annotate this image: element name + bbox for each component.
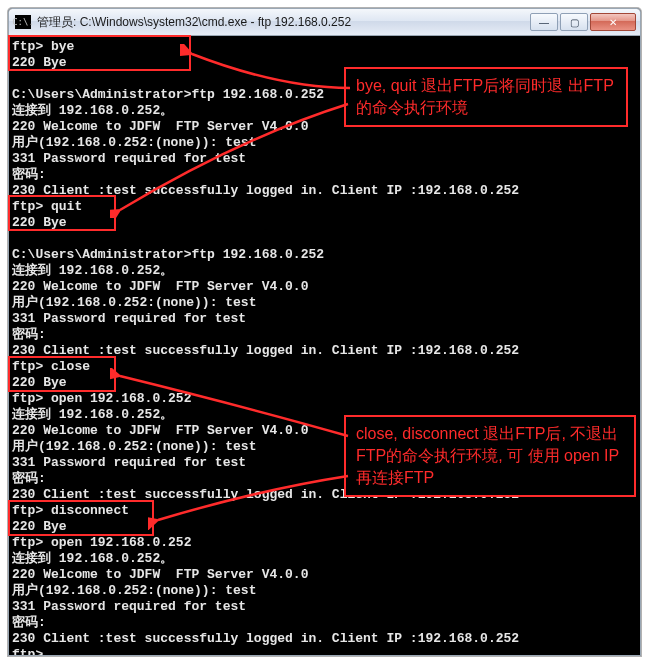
window-buttons: — ▢ ✕	[528, 13, 636, 31]
console-line: 220 Bye	[12, 519, 637, 535]
console-line: ftp> disconnect	[12, 503, 637, 519]
console-line: 331 Password required for test	[12, 599, 637, 615]
close-button[interactable]: ✕	[590, 13, 636, 31]
console-line: C:\Users\Administrator>ftp 192.168.0.252	[12, 247, 637, 263]
console-line: 220 Welcome to JDFW FTP Server V4.0.0	[12, 423, 637, 439]
console-line: 230 Client :test successfully logged in.…	[12, 487, 637, 503]
console-line: 用户(192.168.0.252:(none)): test	[12, 439, 637, 455]
window-title: 管理员: C:\Windows\system32\cmd.exe - ftp 1…	[37, 14, 528, 31]
console-line: 连接到 192.168.0.252。	[12, 407, 637, 423]
cmd-window: C:\. 管理员: C:\Windows\system32\cmd.exe - …	[8, 8, 641, 656]
console-line: 230 Client :test successfully logged in.…	[12, 631, 637, 647]
console-line: 331 Password required for test	[12, 455, 637, 471]
console-line	[12, 231, 637, 247]
console-line: 230 Client :test successfully logged in.…	[12, 343, 637, 359]
console-line: 331 Password required for test	[12, 311, 637, 327]
console-output[interactable]: ftp> bye220 ByeC:\Users\Administrator>ft…	[10, 37, 639, 655]
console-line: C:\Users\Administrator>ftp 192.168.0.252	[12, 87, 637, 103]
console-line: 220 Bye	[12, 55, 637, 71]
cmd-icon-text: C:\.	[12, 18, 34, 27]
console-line: 用户(192.168.0.252:(none)): test	[12, 135, 637, 151]
console-line: ftp> open 192.168.0.252	[12, 391, 637, 407]
console-line: 用户(192.168.0.252:(none)): test	[12, 583, 637, 599]
console-line: 230 Client :test successfully logged in.…	[12, 183, 637, 199]
console-line: ftp> quit	[12, 199, 637, 215]
console-line: 220 Welcome to JDFW FTP Server V4.0.0	[12, 567, 637, 583]
console-line	[12, 71, 637, 87]
console-line: ftp> close	[12, 359, 637, 375]
console-line: 331 Password required for test	[12, 151, 637, 167]
console-line: 连接到 192.168.0.252。	[12, 551, 637, 567]
console-line: 密码:	[12, 327, 637, 343]
console-line: 连接到 192.168.0.252。	[12, 263, 637, 279]
console-line: 连接到 192.168.0.252。	[12, 103, 637, 119]
console-line: ftp> bye	[12, 39, 637, 55]
cmd-icon: C:\.	[15, 15, 31, 29]
console-line: ftp>	[12, 647, 637, 655]
console-line: 用户(192.168.0.252:(none)): test	[12, 295, 637, 311]
titlebar[interactable]: C:\. 管理员: C:\Windows\system32\cmd.exe - …	[9, 9, 640, 36]
console-line: 220 Bye	[12, 215, 637, 231]
console-line: 密码:	[12, 471, 637, 487]
console-line: ftp> open 192.168.0.252	[12, 535, 637, 551]
console-line: 密码:	[12, 167, 637, 183]
minimize-button[interactable]: —	[530, 13, 558, 31]
console-line: 密码:	[12, 615, 637, 631]
console-line: 220 Welcome to JDFW FTP Server V4.0.0	[12, 119, 637, 135]
console-line: 220 Welcome to JDFW FTP Server V4.0.0	[12, 279, 637, 295]
console-line: 220 Bye	[12, 375, 637, 391]
maximize-button[interactable]: ▢	[560, 13, 588, 31]
